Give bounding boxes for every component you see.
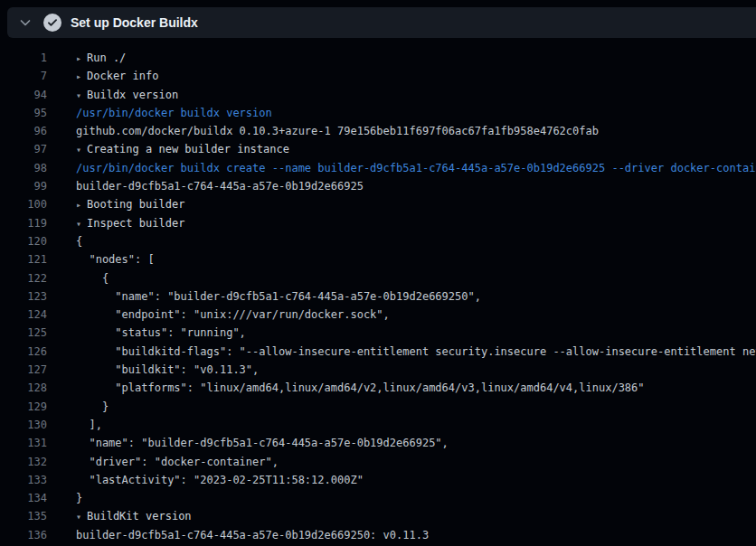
- log-group-line[interactable]: 97 ▾Creating a new builder instance: [0, 140, 756, 158]
- log-group-line[interactable]: 7 ▸Docker info: [0, 67, 756, 85]
- log-line: 128 "platforms": "linux/amd64,linux/amd6…: [0, 379, 756, 397]
- line-number-link[interactable]: 99: [0, 177, 47, 195]
- chevron-down-icon[interactable]: [14, 12, 36, 33]
- log-line-text: {: [76, 232, 756, 250]
- log-line-text: /usr/bin/docker buildx version: [76, 104, 756, 122]
- log-line: 121 "nodes": [: [0, 250, 756, 268]
- log-line: 136 builder-d9cfb5a1-c764-445a-a57e-0b19…: [0, 526, 756, 544]
- group-title: Booting builder: [87, 198, 184, 211]
- log-line: 133 "lastActivity": "2023-02-25T11:58:12…: [0, 471, 756, 489]
- log-line-text: "name": "builder-d9cfb5a1-c764-445a-a57e…: [76, 287, 756, 306]
- line-number-link[interactable]: 121: [0, 250, 47, 268]
- log-line: 130 ],: [0, 416, 756, 434]
- log-line: 123 "name": "builder-d9cfb5a1-c764-445a-…: [0, 287, 756, 306]
- group-title: Docker info: [87, 70, 158, 82]
- line-number-link[interactable]: 133: [0, 471, 47, 489]
- log-line: 129 }: [0, 398, 756, 416]
- log-line-text: ▸Run ./: [61, 49, 756, 68]
- log-line-text: "name": "builder-d9cfb5a1-c764-445a-a57e…: [76, 434, 756, 452]
- line-number-link[interactable]: 122: [0, 269, 47, 287]
- log-line-text: "status": "running",: [76, 324, 756, 342]
- log-line: 131 "name": "builder-d9cfb5a1-c764-445a-…: [0, 434, 756, 452]
- log-line: 96 github.com/docker/buildx 0.10.3+azure…: [0, 122, 756, 140]
- log-group-line[interactable]: 119 ▾Inspect builder: [0, 214, 756, 232]
- log-line: 132 "driver": "docker-container",: [0, 453, 756, 471]
- log-line: 125 "status": "running",: [0, 324, 756, 342]
- group-expanded-icon[interactable]: ▾: [76, 87, 87, 105]
- line-number-link[interactable]: 124: [0, 306, 47, 324]
- line-number-link[interactable]: 120: [0, 232, 47, 250]
- log-line: 127 "buildkit": "v0.11.3",: [0, 361, 756, 379]
- log-line-text: ],: [76, 416, 756, 434]
- group-collapsed-icon[interactable]: ▸: [76, 68, 87, 86]
- group-collapsed-icon[interactable]: ▸: [76, 50, 87, 68]
- log-group-line[interactable]: 100 ▸Booting builder: [0, 195, 756, 213]
- log-line: 122 {: [0, 269, 756, 287]
- log-line-text: "endpoint": "unix:///var/run/docker.sock…: [76, 306, 756, 324]
- log-line: 98 /usr/bin/docker buildx create --name …: [0, 159, 756, 177]
- group-expanded-icon[interactable]: ▾: [76, 508, 87, 526]
- line-number-link[interactable]: 95: [0, 104, 47, 122]
- line-number-link[interactable]: 132: [0, 453, 47, 471]
- log-line-text: /usr/bin/docker buildx create --name bui…: [76, 159, 756, 177]
- line-number-link[interactable]: 128: [0, 379, 47, 397]
- line-number-link[interactable]: 135: [0, 507, 47, 525]
- line-number-link[interactable]: 7: [0, 67, 47, 85]
- log-line: 95 /usr/bin/docker buildx version: [0, 104, 756, 122]
- log-line-text: "buildkit": "v0.11.3",: [76, 361, 756, 379]
- log-line-text: builder-d9cfb5a1-c764-445a-a57e-0b19d2e6…: [76, 177, 756, 195]
- log-group-line[interactable]: 135 ▾BuildKit version: [0, 507, 756, 525]
- line-number-link[interactable]: 129: [0, 398, 47, 416]
- step-header[interactable]: Set up Docker Buildx: [7, 7, 756, 38]
- check-circle-icon: [43, 14, 61, 32]
- group-expanded-icon[interactable]: ▾: [76, 141, 87, 159]
- line-number-link[interactable]: 96: [0, 122, 47, 140]
- log-line-text: ▸Booting builder: [61, 195, 756, 214]
- line-number-link[interactable]: 119: [0, 214, 47, 232]
- group-title: Creating a new builder instance: [87, 143, 289, 155]
- log-line: 99 builder-d9cfb5a1-c764-445a-a57e-0b19d…: [0, 177, 756, 195]
- line-number-link[interactable]: 97: [0, 140, 47, 158]
- group-title: Run ./: [87, 52, 126, 64]
- log-line-text: }: [76, 489, 756, 507]
- line-number-link[interactable]: 136: [0, 526, 47, 544]
- group-expanded-icon[interactable]: ▾: [76, 215, 87, 233]
- group-title: Buildx version: [87, 89, 178, 101]
- log-line-text: "buildkitd-flags": "--allow-insecure-ent…: [76, 343, 756, 361]
- log-line-text: ▾Inspect builder: [61, 214, 756, 233]
- log-line-text: {: [76, 269, 756, 287]
- group-title: BuildKit version: [87, 510, 192, 522]
- log-line-text: ▾BuildKit version: [61, 507, 756, 526]
- line-number-link[interactable]: 131: [0, 434, 47, 452]
- log-group-line[interactable]: 94 ▾Buildx version: [0, 86, 756, 104]
- log-line-text: github.com/docker/buildx 0.10.3+azure-1 …: [76, 122, 756, 140]
- log-line-text: }: [76, 398, 756, 416]
- line-number-link[interactable]: 126: [0, 343, 47, 361]
- log-line-text: "platforms": "linux/amd64,linux/amd64/v2…: [76, 379, 756, 397]
- log-line-text: "nodes": [: [76, 250, 756, 268]
- step-title: Set up Docker Buildx: [71, 15, 198, 30]
- log-line-text: builder-d9cfb5a1-c764-445a-a57e-0b19d2e6…: [76, 526, 756, 544]
- log-line-text: "driver": "docker-container",: [76, 453, 756, 471]
- log-group-line[interactable]: 1 ▸Run ./: [0, 49, 756, 67]
- line-number-link[interactable]: 127: [0, 361, 47, 379]
- line-number-link[interactable]: 100: [0, 195, 47, 213]
- line-number-link[interactable]: 1: [0, 49, 47, 67]
- line-number-link[interactable]: 123: [0, 287, 47, 306]
- log-container: 1 ▸Run ./ 7 ▸Docker info 94 ▾Buildx vers…: [0, 49, 756, 546]
- log-line-text: "lastActivity": "2023-02-25T11:58:12.000…: [76, 471, 756, 489]
- log-line: 126 "buildkitd-flags": "--allow-insecure…: [0, 343, 756, 361]
- line-number-link[interactable]: 98: [0, 159, 47, 177]
- log-line-text: ▾Buildx version: [61, 86, 756, 105]
- log-line: 120 {: [0, 232, 756, 250]
- group-collapsed-icon[interactable]: ▸: [76, 196, 87, 214]
- line-number-link[interactable]: 125: [0, 324, 47, 342]
- line-number-link[interactable]: 130: [0, 416, 47, 434]
- line-number-link[interactable]: 134: [0, 489, 47, 507]
- log-line: 134 }: [0, 489, 756, 507]
- log-line: 124 "endpoint": "unix:///var/run/docker.…: [0, 306, 756, 324]
- log-line-text: ▾Creating a new builder instance: [61, 140, 756, 159]
- line-number-link[interactable]: 94: [0, 86, 47, 104]
- log-line-text: ▸Docker info: [61, 67, 756, 86]
- group-title: Inspect builder: [87, 217, 184, 230]
